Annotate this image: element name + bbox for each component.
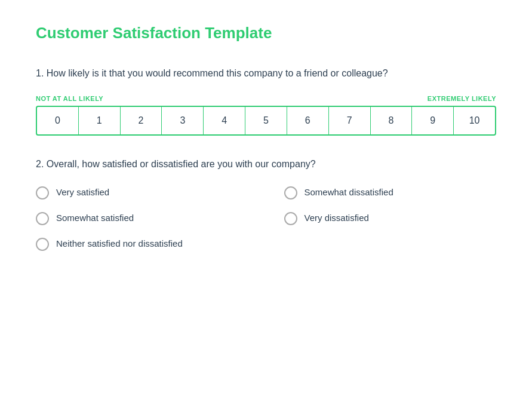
label-very-satisfied: Very satisfied (56, 186, 109, 198)
label-neither: Neither satisfied nor dissatisfied (56, 237, 183, 250)
radio-somewhat-dissatisfied[interactable] (284, 186, 297, 200)
question-2: 2. Overall, how satisfied or dissatisfie… (36, 157, 496, 251)
scale-item-2[interactable]: 2 (121, 107, 162, 134)
scale-item-5[interactable]: 5 (245, 107, 287, 134)
scale-item-0[interactable]: 0 (37, 107, 79, 134)
radio-very-dissatisfied[interactable] (284, 212, 297, 225)
option-very-dissatisfied[interactable]: Very dissatisfied (284, 211, 497, 225)
label-somewhat-satisfied: Somewhat satisfied (56, 211, 134, 224)
question-1-number: 1. (36, 68, 44, 78)
question-2-number: 2. (36, 159, 44, 169)
question-2-text: 2. Overall, how satisfied or dissatisfie… (36, 157, 496, 171)
question-1: 1. How likely is it that you would recom… (36, 66, 496, 136)
option-somewhat-satisfied[interactable]: Somewhat satisfied (36, 211, 248, 225)
scale-right-label: EXTREMELY LIKELY (428, 95, 496, 102)
scale-item-10[interactable]: 10 (454, 107, 495, 134)
option-somewhat-dissatisfied[interactable]: Somewhat dissatisfied (284, 186, 497, 200)
label-very-dissatisfied: Very dissatisfied (305, 211, 369, 224)
label-somewhat-dissatisfied: Somewhat dissatisfied (305, 186, 393, 198)
scale-item-9[interactable]: 9 (412, 107, 454, 134)
option-empty (284, 237, 497, 251)
radio-neither[interactable] (36, 238, 49, 251)
radio-very-satisfied[interactable] (36, 186, 49, 200)
scale-item-8[interactable]: 8 (371, 107, 413, 134)
nps-scale: 0 1 2 3 4 5 6 7 8 9 10 (36, 106, 496, 136)
option-neither[interactable]: Neither satisfied nor dissatisfied (36, 237, 248, 251)
scale-item-1[interactable]: 1 (79, 107, 121, 134)
scale-item-6[interactable]: 6 (287, 107, 329, 134)
scale-item-4[interactable]: 4 (204, 107, 245, 134)
question-1-text: 1. How likely is it that you would recom… (36, 66, 496, 81)
scale-labels: NOT AT ALL LIKELY EXTREMELY LIKELY (36, 95, 496, 102)
radio-somewhat-satisfied[interactable] (36, 212, 49, 225)
scale-item-3[interactable]: 3 (162, 107, 204, 134)
scale-item-7[interactable]: 7 (329, 107, 371, 134)
option-very-satisfied[interactable]: Very satisfied (36, 186, 248, 200)
scale-left-label: NOT AT ALL LIKELY (36, 95, 103, 102)
page-title: Customer Satisfaction Template (36, 24, 496, 42)
satisfaction-options: Very satisfied Somewhat dissatisfied Som… (36, 186, 496, 251)
